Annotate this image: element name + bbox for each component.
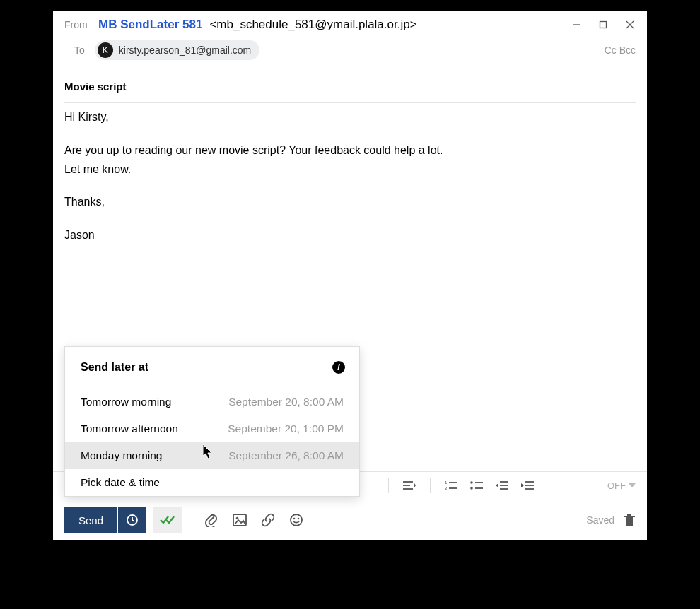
info-icon[interactable]: i — [332, 361, 345, 374]
option-time: September 20, 1:00 PM — [228, 422, 344, 435]
maximize-icon[interactable] — [597, 19, 609, 30]
option-label: Pick date & time — [81, 476, 160, 489]
from-label: From — [64, 19, 98, 30]
svg-rect-30 — [624, 516, 635, 517]
to-row: To K kirsty.pearson_81@gmail.com Cc Bcc — [53, 36, 647, 69]
svg-point-25 — [236, 517, 239, 520]
option-label: Tomorrow afternoon — [81, 422, 178, 435]
email-body[interactable]: Hi Kirsty, Are you up to reading our new… — [53, 103, 647, 244]
body-line: Let me know. — [64, 161, 636, 179]
schedule-option-pick-date[interactable]: Pick date & time — [65, 469, 359, 496]
recipient-chip[interactable]: K kirsty.pearson_81@gmail.com — [95, 40, 259, 60]
from-email: <mb_schedule_581@ymail.plala.or.jp> — [209, 18, 416, 32]
avatar: K — [98, 42, 113, 58]
body-thanks: Thanks, — [64, 194, 636, 211]
divider — [192, 512, 192, 528]
option-label: Tomorrow morning — [81, 396, 171, 408]
subject-field[interactable]: Movie script — [53, 69, 647, 102]
saved-status: Saved — [586, 514, 614, 526]
body-line: Are you up to reading our new movie scri… — [64, 142, 636, 160]
svg-line-23 — [132, 520, 134, 521]
popup-title: Send later at — [81, 361, 148, 374]
svg-text:1: 1 — [445, 480, 448, 485]
popup-title-row: Send later at i — [65, 347, 359, 384]
svg-rect-1 — [600, 22, 607, 28]
cc-bcc-toggle[interactable]: Cc Bcc — [605, 45, 636, 56]
attachment-icon[interactable] — [202, 511, 221, 529]
divider — [75, 384, 349, 384]
window-controls — [571, 19, 636, 30]
svg-point-27 — [293, 518, 296, 520]
send-later-popup: Send later at i Tomorrow morning Septemb… — [64, 346, 360, 497]
svg-point-12 — [470, 487, 473, 490]
svg-point-26 — [291, 514, 302, 526]
align-icon[interactable] — [402, 478, 417, 493]
toggle-label: OFF — [607, 480, 626, 491]
track-button[interactable] — [153, 507, 182, 533]
from-name[interactable]: MB SendLater 581 — [98, 18, 202, 32]
minimize-icon[interactable] — [571, 19, 582, 30]
compose-window: From MB SendLater 581 <mb_schedule_581@y… — [53, 11, 647, 540]
body-signature: Jason — [64, 227, 636, 244]
body-greeting: Hi Kirsty, — [64, 109, 636, 126]
unordered-list-icon[interactable] — [469, 478, 484, 493]
option-time: September 26, 8:00 AM — [228, 449, 344, 462]
outdent-icon[interactable] — [494, 478, 510, 493]
svg-point-11 — [470, 481, 473, 484]
image-icon[interactable] — [231, 511, 249, 529]
schedule-button[interactable] — [118, 507, 146, 533]
emoji-icon[interactable] — [287, 511, 305, 529]
send-button[interactable]: Send — [64, 507, 117, 533]
tracking-toggle[interactable]: OFF — [607, 480, 636, 491]
close-icon[interactable] — [624, 19, 636, 30]
recipient-email: kirsty.pearson_81@gmail.com — [119, 45, 251, 56]
option-label: Monday morning — [81, 449, 162, 462]
ordered-list-icon[interactable]: 12 — [443, 478, 459, 493]
bottom-bar: Send Saved — [53, 499, 647, 540]
delete-icon[interactable] — [623, 513, 636, 527]
schedule-option-monday-morning[interactable]: Monday morning September 26, 8:00 AM — [65, 442, 359, 469]
to-label: To — [74, 45, 85, 56]
link-icon[interactable] — [259, 511, 277, 529]
svg-text:2: 2 — [445, 486, 448, 490]
indent-icon[interactable] — [520, 478, 535, 493]
svg-point-28 — [298, 518, 300, 520]
svg-rect-31 — [627, 514, 631, 516]
schedule-option-tomorrow-morning[interactable]: Tomorrow morning September 20, 8:00 AM — [65, 389, 359, 415]
option-time: September 20, 8:00 AM — [228, 396, 344, 408]
divider — [388, 478, 389, 493]
from-row: From MB SendLater 581 <mb_schedule_581@y… — [53, 11, 647, 36]
svg-rect-29 — [626, 516, 633, 526]
schedule-option-tomorrow-afternoon[interactable]: Tomorrow afternoon September 20, 1:00 PM — [65, 415, 359, 442]
divider — [430, 478, 431, 493]
